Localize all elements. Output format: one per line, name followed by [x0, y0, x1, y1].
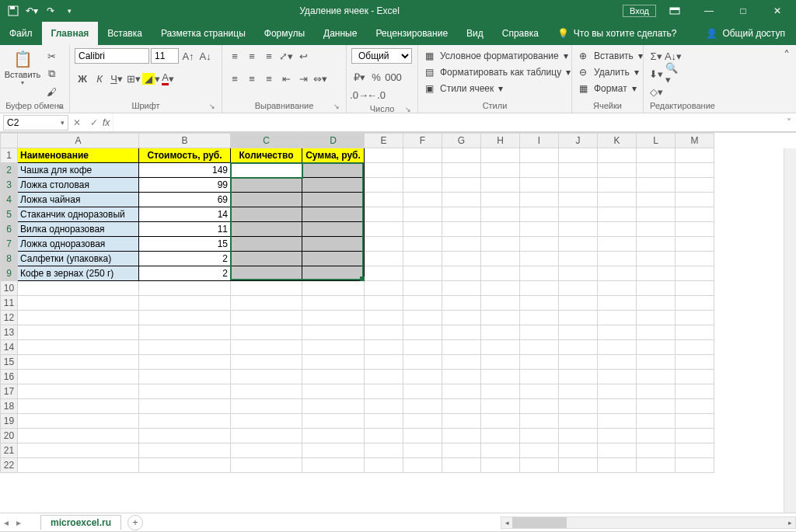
cell[interactable] [231, 178, 302, 193]
column-header[interactable]: H [481, 134, 520, 148]
cell[interactable] [598, 296, 637, 311]
dialog-launcher-icon[interactable]: ↘ [209, 103, 215, 110]
cell[interactable] [520, 325, 559, 340]
clear-icon[interactable]: ◇▾ [648, 84, 664, 99]
cell[interactable] [442, 222, 481, 237]
cell[interactable] [403, 207, 442, 222]
row-header[interactable]: 2 [1, 163, 18, 178]
cell[interactable] [442, 458, 481, 473]
row-header[interactable]: 5 [1, 207, 18, 222]
cell[interactable] [481, 325, 520, 340]
copy-icon[interactable]: ⧉ [44, 66, 59, 82]
cell[interactable] [139, 325, 231, 340]
cell[interactable] [520, 384, 559, 399]
bold-icon[interactable]: Ж [75, 71, 90, 86]
align-right-icon[interactable]: ≡ [261, 71, 277, 86]
cell[interactable]: 2 [139, 252, 231, 266]
cell[interactable] [403, 414, 442, 429]
cell[interactable] [18, 340, 139, 355]
minimize-icon[interactable]: — [693, 0, 724, 22]
cell[interactable] [481, 384, 520, 399]
close-icon[interactable]: ✕ [762, 0, 793, 22]
row-header[interactable]: 16 [1, 370, 18, 384]
cell[interactable] [139, 355, 231, 370]
cell[interactable] [520, 311, 559, 325]
cell[interactable] [481, 163, 520, 178]
cell[interactable] [403, 222, 442, 237]
cell[interactable] [676, 193, 714, 207]
cell[interactable] [481, 370, 520, 384]
cell[interactable] [403, 237, 442, 252]
column-header[interactable]: I [520, 134, 559, 148]
cell[interactable] [302, 266, 365, 281]
cell[interactable] [139, 399, 231, 414]
cell[interactable] [598, 340, 637, 355]
cell[interactable] [520, 178, 559, 193]
cell[interactable]: 69 [139, 193, 231, 207]
thousands-icon[interactable]: 000 [386, 69, 401, 85]
cell[interactable] [481, 193, 520, 207]
cell[interactable] [637, 458, 676, 473]
cell[interactable] [365, 414, 403, 429]
cell[interactable] [139, 384, 231, 399]
cell[interactable] [559, 222, 598, 237]
cell[interactable] [365, 429, 403, 443]
cell[interactable] [302, 252, 365, 266]
column-header[interactable]: M [676, 134, 714, 148]
cut-icon[interactable]: ✂ [44, 48, 59, 64]
cell[interactable] [139, 414, 231, 429]
cell[interactable] [365, 193, 403, 207]
cell[interactable] [676, 296, 714, 311]
merge-icon[interactable]: ⇔▾ [312, 71, 328, 86]
cell[interactable]: Стоимость, руб. [139, 148, 231, 163]
autosum-icon[interactable]: Σ▾ [648, 48, 664, 64]
orientation-icon[interactable]: ⤢▾ [278, 48, 294, 64]
column-header[interactable]: C [231, 134, 302, 148]
cell[interactable] [302, 325, 365, 340]
cell[interactable] [598, 163, 637, 178]
increase-indent-icon[interactable]: ⇥ [295, 71, 311, 86]
tab-данные[interactable]: Данные [314, 22, 366, 45]
cell[interactable] [520, 399, 559, 414]
tab-главная[interactable]: Главная [42, 22, 99, 45]
cell[interactable] [559, 296, 598, 311]
cell[interactable] [442, 311, 481, 325]
currency-icon[interactable]: ₽▾ [351, 69, 367, 85]
cell[interactable] [139, 443, 231, 458]
cell[interactable] [559, 414, 598, 429]
cell[interactable] [403, 325, 442, 340]
cell[interactable]: Сумма, руб. [302, 148, 365, 163]
cell[interactable] [520, 429, 559, 443]
undo-icon[interactable]: ↶▾ [25, 4, 39, 18]
sort-filter-icon[interactable]: A↓▾ [665, 48, 681, 64]
cell[interactable] [365, 355, 403, 370]
cell[interactable] [559, 281, 598, 296]
cell[interactable] [559, 384, 598, 399]
cell[interactable] [403, 458, 442, 473]
cell[interactable] [365, 384, 403, 399]
cell[interactable] [676, 325, 714, 340]
cell[interactable] [231, 252, 302, 266]
cell[interactable] [403, 193, 442, 207]
cell[interactable]: 2 [139, 266, 231, 281]
tab-рецензирование[interactable]: Рецензирование [366, 22, 457, 45]
row-header[interactable]: 17 [1, 384, 18, 399]
cell[interactable] [442, 325, 481, 340]
column-header[interactable]: J [559, 134, 598, 148]
formula-input[interactable] [113, 113, 782, 131]
save-icon[interactable] [6, 4, 20, 18]
row-header[interactable]: 14 [1, 340, 18, 355]
cell[interactable] [676, 178, 714, 193]
cell[interactable] [18, 370, 139, 384]
conditional-format-button[interactable]: ▦Условное форматирование▾ [423, 48, 571, 64]
dialog-launcher-icon[interactable]: ↘ [57, 103, 63, 110]
cell[interactable] [676, 222, 714, 237]
cell[interactable] [598, 384, 637, 399]
login-button[interactable]: Вход [623, 5, 656, 17]
cell[interactable] [365, 325, 403, 340]
cell[interactable] [365, 458, 403, 473]
tab-вид[interactable]: Вид [457, 22, 493, 45]
cell[interactable] [520, 237, 559, 252]
cell[interactable] [302, 370, 365, 384]
cell[interactable] [302, 281, 365, 296]
